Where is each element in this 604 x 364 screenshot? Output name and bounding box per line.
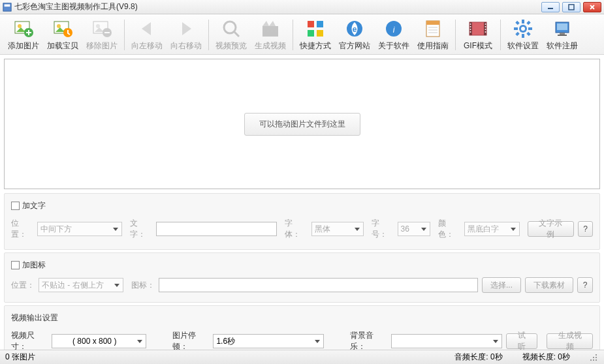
text-color-select[interactable]: 黑底白字 — [464, 222, 520, 236]
toolbar-make-video: 生成视频 — [251, 17, 290, 53]
image-canvas[interactable]: 可以拖动图片文件到这里 — [4, 59, 600, 189]
text-font-select[interactable]: 黑体 — [311, 222, 364, 236]
about-icon: i — [383, 18, 404, 39]
add-text-panel: 加文字 位置： 中间下方 文字： 字体： 黑体 字号： 36 颜色： 黑底白字 … — [4, 193, 600, 250]
toolbar-website[interactable]: e官方网站 — [335, 17, 374, 53]
make-video-button[interactable]: 生成视频 — [547, 333, 593, 349]
drop-hint: 可以拖动图片文件到这里 — [244, 113, 360, 136]
gif-mode-label: GIF模式 — [458, 40, 498, 52]
toolbar-gif-mode[interactable]: GIF模式 — [458, 17, 498, 53]
svg-rect-44 — [522, 20, 524, 23]
svg-rect-51 — [515, 32, 519, 36]
shortcut-icon — [305, 18, 326, 39]
icon-path-label: 图标： — [131, 280, 155, 291]
text-color-label: 颜色： — [438, 218, 460, 240]
svg-rect-49 — [526, 32, 530, 36]
icon-pos-select[interactable]: 不贴边 - 右侧上方 — [39, 278, 123, 292]
text-help-button[interactable]: ? — [578, 221, 593, 237]
svg-rect-54 — [557, 23, 567, 30]
icon-help-button[interactable]: ? — [577, 277, 593, 293]
svg-point-42 — [485, 31, 486, 33]
svg-rect-1 — [5, 4, 10, 7]
svg-rect-48 — [515, 21, 519, 25]
svg-rect-20 — [317, 21, 323, 27]
text-pos-select[interactable]: 中间下方 — [37, 222, 122, 236]
svg-rect-50 — [526, 21, 530, 25]
resize-grip-icon[interactable] — [590, 354, 599, 363]
bg-music-label: 背景音乐： — [350, 330, 387, 352]
svg-rect-28 — [426, 21, 439, 25]
register-label: 软件注册 — [543, 40, 582, 52]
svg-rect-15 — [104, 32, 110, 33]
toolbar-separator — [208, 20, 209, 50]
toolbar-add-image[interactable]: 添加图片 — [4, 17, 43, 53]
maximize-button[interactable] — [562, 2, 580, 12]
svg-rect-47 — [528, 27, 532, 30]
svg-rect-46 — [514, 27, 518, 30]
toolbar-load-item[interactable]: 加载宝贝 — [43, 17, 82, 53]
move-left-icon — [136, 18, 157, 39]
icon-pos-label: 位置： — [11, 280, 35, 291]
svg-rect-19 — [308, 21, 314, 27]
make-video-label: 生成视频 — [251, 40, 290, 52]
svg-rect-55 — [560, 33, 565, 35]
text-sample-button[interactable]: 文字示例 — [528, 221, 574, 237]
minimize-button[interactable] — [541, 2, 560, 12]
preview-video-icon — [221, 18, 242, 39]
move-left-label: 向左移动 — [127, 40, 167, 52]
toolbar-preview-video: 视频预览 — [212, 17, 251, 53]
svg-rect-56 — [558, 35, 567, 36]
close-button[interactable] — [583, 2, 601, 12]
icon-path-input[interactable] — [159, 278, 478, 292]
image-pause-select[interactable]: 1.6秒 — [213, 334, 324, 348]
toolbar-settings[interactable]: 软件设置 — [503, 17, 543, 53]
status-image-count: 0 张图片 — [5, 352, 35, 363]
text-content-input[interactable] — [156, 222, 277, 236]
output-header: 视频输出设置 — [11, 312, 58, 324]
bg-music-select[interactable] — [391, 334, 502, 348]
toolbar-remove-image: 移除图片 — [82, 17, 121, 53]
text-content-label: 文字： — [130, 218, 152, 240]
toolbar-separator — [455, 20, 456, 50]
website-label: 官方网站 — [335, 40, 374, 52]
toolbar-separator — [293, 20, 293, 50]
svg-point-41 — [485, 29, 486, 30]
add-icon-checkbox[interactable] — [11, 261, 20, 269]
load-item-label: 加载宝贝 — [43, 40, 82, 52]
svg-point-39 — [485, 23, 486, 25]
remove-image-icon — [91, 18, 112, 39]
icon-download-button[interactable]: 下载素材 — [525, 277, 573, 293]
website-icon: e — [344, 18, 365, 39]
settings-icon — [513, 18, 533, 39]
move-right-label: 向右移动 — [167, 40, 206, 52]
about-label: 关于软件 — [374, 40, 413, 52]
add-text-checkbox[interactable] — [11, 202, 20, 210]
toolbar-move-right: 向右移动 — [167, 17, 206, 53]
listen-button[interactable]: 试听 — [506, 333, 537, 349]
text-size-select[interactable]: 36 — [398, 222, 430, 236]
preview-video-label: 视频预览 — [212, 40, 251, 52]
status-audio-length: 音频长度: 0秒 — [454, 352, 502, 363]
toolbar-shortcut[interactable]: 快捷方式 — [296, 17, 335, 53]
svg-point-38 — [470, 31, 471, 33]
status-video-length: 视频长度: 0秒 — [522, 352, 570, 363]
svg-point-36 — [470, 26, 471, 27]
toolbar: 添加图片加载宝贝移除图片向左移动向右移动视频预览生成视频快捷方式e官方网站i关于… — [0, 14, 604, 55]
toolbar-about[interactable]: i关于软件 — [374, 17, 413, 53]
add-image-icon — [13, 18, 34, 39]
toolbar-guide[interactable]: 使用指南 — [413, 17, 453, 53]
svg-rect-45 — [522, 34, 524, 38]
guide-label: 使用指南 — [413, 40, 453, 52]
svg-text:i: i — [393, 25, 395, 35]
text-pos-label: 位置： — [11, 218, 33, 240]
image-pause-label: 图片停顿： — [172, 330, 209, 352]
icon-choose-button[interactable]: 选择... — [482, 277, 521, 293]
video-size-select[interactable]: ( 800 x 800 ) — [52, 334, 146, 348]
move-right-icon — [176, 18, 197, 39]
svg-rect-21 — [308, 30, 314, 37]
toolbar-separator — [500, 20, 501, 50]
svg-rect-18 — [262, 26, 278, 37]
add-text-label: 加文字 — [22, 200, 46, 211]
toolbar-register[interactable]: 软件注册 — [543, 17, 582, 53]
load-item-icon — [52, 18, 73, 39]
